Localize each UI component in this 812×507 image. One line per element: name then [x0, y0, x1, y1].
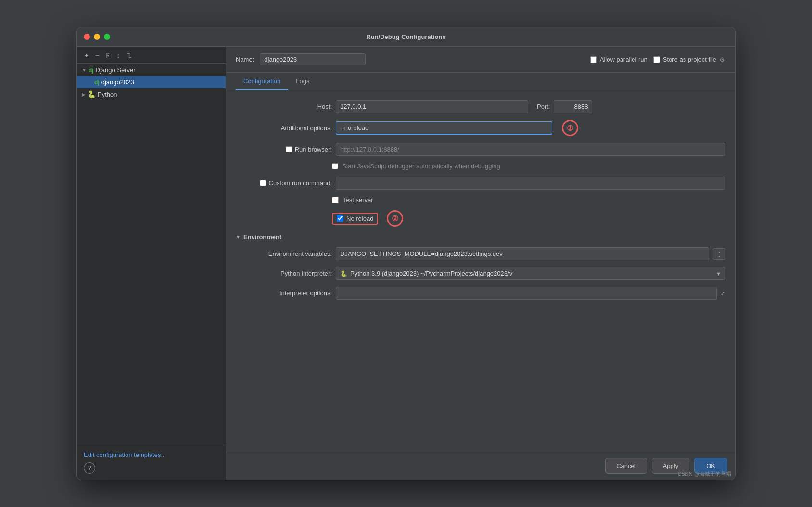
custom-run-input[interactable] — [336, 177, 725, 190]
config-tree: ▼ dj Django Server dj django2023 ▶ 🐍 Pyt… — [77, 64, 226, 445]
sidebar-item-django-server[interactable]: ▼ dj Django Server — [77, 64, 226, 76]
python-icon: 🐍 — [88, 90, 96, 98]
allow-parallel-label: Allow parallel run — [600, 56, 647, 63]
sidebar-item-label: django2023 — [102, 78, 134, 86]
browser-url-input[interactable] — [336, 143, 725, 156]
python-interp-icon: 🐍 — [340, 270, 347, 277]
chevron-down-icon: ▼ — [82, 67, 87, 73]
js-debugger-row: Start JavaScript debugger automatically … — [236, 163, 725, 170]
interpreter-options-row: Interpreter options: ⤢ — [236, 287, 725, 300]
host-row: Host: Port: — [236, 100, 725, 113]
add-config-button[interactable]: + — [82, 50, 91, 61]
sort-config-button[interactable]: ⇅ — [124, 50, 134, 61]
store-as-project-group: Store as project file ⚙ — [653, 56, 725, 63]
allow-parallel-checkbox[interactable] — [590, 56, 597, 63]
allow-parallel-group: Allow parallel run — [590, 56, 647, 63]
custom-run-label: Custom run command: — [269, 179, 332, 187]
custom-run-label-group: Custom run command: — [236, 179, 332, 187]
test-server-row: Test server — [236, 196, 725, 203]
no-reload-box: No reload — [332, 213, 378, 225]
custom-run-row: Custom run command: — [236, 177, 725, 190]
name-input[interactable] — [260, 53, 366, 65]
move-icon: ↕ — [117, 52, 120, 59]
django-icon: dj — [89, 67, 94, 74]
port-input[interactable] — [554, 100, 592, 113]
chevron-right-icon: ▶ — [82, 92, 86, 97]
help-button[interactable]: ? — [84, 462, 95, 474]
interpreter-options-label: Interpreter options: — [236, 290, 332, 297]
interpreter-dropdown-btn[interactable]: ▼ — [716, 271, 721, 277]
custom-run-checkbox[interactable] — [260, 180, 266, 186]
config-header: Name: Allow parallel run Store as projec… — [226, 47, 735, 73]
cancel-button[interactable]: Cancel — [605, 458, 647, 474]
run-browser-checkbox[interactable] — [286, 146, 292, 152]
additional-options-label: Additional options: — [236, 125, 332, 132]
minimize-button[interactable] — [94, 34, 100, 40]
run-browser-label: Run browser: — [295, 146, 332, 153]
sidebar-item-python[interactable]: ▶ 🐍 Python — [77, 88, 226, 101]
maximize-button[interactable] — [104, 34, 110, 40]
js-debugger-checkbox[interactable] — [332, 163, 338, 169]
no-reload-row: No reload ② — [236, 210, 725, 227]
copy-icon: ⎘ — [106, 52, 110, 59]
expand-icon[interactable]: ⤢ — [721, 290, 725, 297]
store-as-project-checkbox[interactable] — [653, 56, 660, 63]
gear-icon[interactable]: ⚙ — [719, 56, 725, 63]
collapse-icon: ▼ — [236, 234, 241, 240]
sort-icon: ⇅ — [127, 52, 132, 59]
env-edit-button[interactable]: ⋮ — [713, 248, 725, 260]
interpreter-options-input[interactable] — [336, 287, 717, 300]
env-vars-row: Environment variables: ⋮ — [236, 247, 725, 260]
name-label: Name: — [236, 56, 254, 63]
additional-options-input[interactable] — [336, 121, 552, 135]
port-label: Port: — [537, 103, 550, 110]
django-icon: dj — [94, 79, 100, 86]
sidebar-footer: Edit configuration templates... ? — [77, 445, 226, 480]
interpreter-select-group[interactable]: 🐍 Python 3.9 (django2023) ~/PycharmProje… — [336, 267, 725, 280]
environment-section[interactable]: ▼ Environment — [236, 233, 725, 241]
annotation-2: ② — [387, 210, 403, 227]
python-interpreter-label: Python interpreter: — [236, 270, 332, 277]
sidebar: + − ⎘ ↕ ⇅ ▼ dj D — [77, 47, 226, 480]
environment-label: Environment — [243, 233, 281, 241]
test-server-label: Test server — [343, 196, 373, 203]
sidebar-item-django2023[interactable]: dj django2023 — [77, 76, 226, 88]
tab-logs[interactable]: Logs — [288, 73, 317, 90]
watermark: CSDN @海贼王的草帽 — [678, 470, 731, 478]
titlebar-buttons — [84, 34, 110, 40]
host-input[interactable] — [336, 100, 528, 113]
env-vars-input[interactable] — [336, 247, 709, 260]
python-interpreter-row: Python interpreter: 🐍 Python 3.9 (django… — [236, 267, 725, 280]
test-server-checkbox[interactable] — [332, 197, 339, 203]
sidebar-item-label: Python — [98, 91, 117, 98]
edit-templates-link[interactable]: Edit configuration templates... — [84, 451, 166, 458]
store-as-project-label: Store as project file — [663, 56, 716, 63]
no-reload-checkbox[interactable] — [337, 215, 343, 222]
interpreter-value: Python 3.9 (django2023) ~/PycharmProject… — [350, 270, 713, 277]
no-reload-label: No reload — [346, 215, 373, 222]
plus-icon: + — [84, 51, 89, 59]
minus-icon: − — [95, 51, 100, 59]
tab-configuration[interactable]: Configuration — [236, 73, 288, 90]
config-content: Host: Port: Additional options: ① — [226, 90, 735, 452]
bottom-bar: Cancel Apply OK — [226, 452, 735, 480]
move-config-button[interactable]: ↕ — [114, 50, 123, 61]
sidebar-item-label: Django Server — [96, 66, 136, 74]
annotation-1: ① — [562, 120, 578, 136]
tabs-bar: Configuration Logs — [226, 73, 735, 90]
run-browser-label-group: Run browser: — [236, 146, 332, 153]
close-button[interactable] — [84, 34, 90, 40]
run-browser-row: Run browser: — [236, 143, 725, 156]
js-debugger-label: Start JavaScript debugger automatically … — [342, 163, 500, 170]
window-title: Run/Debug Configurations — [366, 33, 445, 40]
additional-options-row: Additional options: ① — [236, 120, 725, 136]
host-label: Host: — [236, 103, 332, 110]
right-panel: Name: Allow parallel run Store as projec… — [226, 47, 735, 480]
titlebar: Run/Debug Configurations — [77, 27, 735, 47]
sidebar-toolbar: + − ⎘ ↕ ⇅ — [77, 47, 226, 64]
env-vars-label: Environment variables: — [236, 250, 332, 257]
copy-config-button[interactable]: ⎘ — [104, 50, 113, 61]
remove-config-button[interactable]: − — [93, 50, 102, 61]
